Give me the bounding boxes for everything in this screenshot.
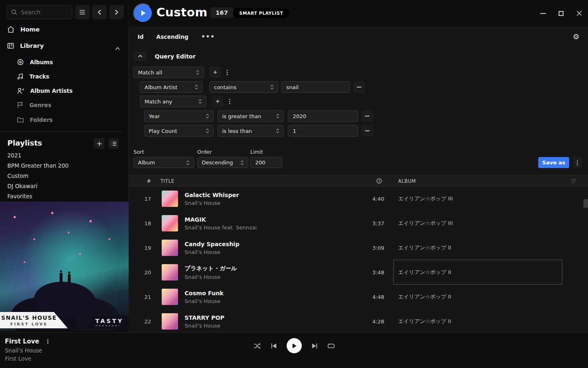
add-playlist-button[interactable] xyxy=(94,138,105,149)
track-artist[interactable]: Snail’s House xyxy=(185,249,347,255)
group-menu-icon[interactable]: ⋮ xyxy=(227,98,233,105)
save-as-button[interactable]: Save as xyxy=(538,157,569,168)
remove-rule-button[interactable] xyxy=(361,110,373,122)
previous-track-button[interactable] xyxy=(271,343,277,349)
nav-back-button[interactable] xyxy=(92,5,107,19)
limit-input[interactable] xyxy=(250,157,282,168)
rule-group-menu-icon[interactable]: ⋮ xyxy=(224,69,230,76)
track-album-focused-cell[interactable]: エイリアン☆ポップ II xyxy=(398,269,564,276)
rule-operator-select[interactable]: contains xyxy=(209,81,278,93)
rule-value-input[interactable] xyxy=(281,81,350,93)
track-row[interactable]: 18 MAGIK Snail’s House feat. Sennzai 3:3… xyxy=(129,211,588,236)
track-row[interactable]: 22 STARRY POP Snail’s House 4:28 エイリアン☆ポ… xyxy=(129,309,588,332)
track-row[interactable]: 20 プラネット・ガール Snail’s House 3:48 エイリアン☆ポッ… xyxy=(129,260,588,285)
track-artist[interactable]: Snail’s House xyxy=(185,200,347,206)
remove-rule-button[interactable] xyxy=(361,125,373,137)
playlist-list-button[interactable] xyxy=(108,138,119,149)
now-playing-album[interactable]: First Love xyxy=(5,355,51,362)
rule-value-input[interactable] xyxy=(288,110,358,122)
rule-field-select[interactable]: Album Artist xyxy=(140,81,203,93)
track-duration: 4:40 xyxy=(347,196,384,202)
sort-select[interactable]: Album xyxy=(134,157,194,168)
track-album-art xyxy=(162,264,178,280)
maximize-button[interactable] xyxy=(552,5,570,22)
shuffle-button[interactable] xyxy=(254,343,261,349)
track-list: 17 Galactic Whisper Snail’s House 4:40 エ… xyxy=(129,186,588,332)
album-art-label-decor xyxy=(96,325,119,326)
track-row[interactable]: 19 Candy Spaceship Snail’s House 3:09 エイ… xyxy=(129,236,588,260)
track-row[interactable]: 21 Cosmo Funk Snail’s House 4:48 エイリアン☆ポ… xyxy=(129,285,588,309)
search-box[interactable] xyxy=(7,5,72,19)
track-artist[interactable]: Snail’s House xyxy=(185,274,347,280)
flag-icon xyxy=(17,102,23,108)
sidebar-item-genres[interactable]: Genres xyxy=(17,102,51,108)
query-editor-collapse-button[interactable] xyxy=(134,52,147,61)
nav-forward-button[interactable] xyxy=(109,5,124,19)
remove-rule-button[interactable] xyxy=(353,81,365,93)
add-group-rule-button[interactable]: + xyxy=(212,96,223,107)
sidebar-item-albums[interactable]: Albums xyxy=(17,59,53,65)
sidebar-item-library[interactable]: Library xyxy=(7,43,44,49)
artist-icon xyxy=(17,88,24,94)
sort-direction-button[interactable]: Ascending xyxy=(156,34,189,40)
rule-operator-select[interactable]: is greater than xyxy=(218,110,284,122)
column-number[interactable]: # xyxy=(129,178,151,184)
play-pause-button[interactable] xyxy=(287,338,302,353)
sidebar-item-tracks[interactable]: Tracks xyxy=(17,73,49,80)
duration-clock-icon[interactable] xyxy=(376,178,382,185)
match-type-select[interactable]: Match all xyxy=(134,67,204,78)
rule-field-select[interactable]: Play Count xyxy=(144,125,214,137)
track-artist[interactable]: Snail’s House xyxy=(185,298,347,304)
repeat-button[interactable] xyxy=(327,343,335,349)
rule-value-input[interactable] xyxy=(288,125,358,137)
query-editor-title: Query Editor xyxy=(155,53,196,60)
playlist-item[interactable]: DJ Okawari xyxy=(7,183,38,189)
sidebar-item-home[interactable]: Home xyxy=(7,26,40,33)
smart-playlist-badge: SMART PLAYLIST xyxy=(233,8,289,18)
column-album[interactable]: ALBUM xyxy=(398,178,416,184)
select-chevrons-icon xyxy=(276,128,279,133)
app-window: Home Library Albums Tracks xyxy=(0,0,588,368)
playlist-item[interactable]: Custom xyxy=(7,173,29,179)
sidebar-item-album-artists[interactable]: Album Artists xyxy=(17,88,73,94)
album-art-artist: SNAIL'S HOUSE xyxy=(1,314,57,321)
column-title[interactable]: TITLE xyxy=(160,178,174,184)
save-menu-icon[interactable]: ⋮ xyxy=(573,157,582,168)
track-row[interactable]: 17 Galactic Whisper Snail’s House 4:40 エ… xyxy=(129,186,588,211)
album-art-decor xyxy=(68,274,71,283)
sort-field-button[interactable]: Id xyxy=(138,34,144,40)
playlist-item[interactable]: BPM Greater than 200 xyxy=(7,162,69,169)
add-rule-button[interactable]: + xyxy=(209,67,221,78)
gear-icon[interactable]: ⚙ xyxy=(573,32,579,41)
now-playing-album-art[interactable]: SNAIL'S HOUSE FIRST LOVE TASTY xyxy=(0,202,129,331)
sidebar-item-folders[interactable]: Folders xyxy=(17,117,53,123)
more-options-icon[interactable]: ••• xyxy=(201,33,215,40)
menu-button[interactable] xyxy=(75,5,89,19)
sidebar-item-label: Genres xyxy=(29,102,51,108)
playlist-item[interactable]: 2021 xyxy=(7,152,21,159)
minus-icon xyxy=(365,116,370,117)
order-select[interactable]: Descending xyxy=(197,157,248,168)
search-icon xyxy=(11,9,17,15)
query-rule-row: Album Artist contains xyxy=(140,81,365,93)
track-album[interactable]: エイリアン☆ポップ II xyxy=(398,318,564,325)
close-button[interactable] xyxy=(570,5,588,22)
rule-operator-select[interactable]: is less than xyxy=(218,125,284,137)
scrollbar-thumb[interactable] xyxy=(584,199,588,208)
playlist-item[interactable]: Favorites xyxy=(7,193,32,200)
play-playlist-button[interactable] xyxy=(133,3,153,23)
track-album[interactable]: エイリアン☆ポップ III xyxy=(398,220,564,227)
rule-field-select[interactable]: Year xyxy=(144,110,214,122)
search-input[interactable] xyxy=(21,9,68,16)
track-album[interactable]: エイリアン☆ポップ II xyxy=(398,244,564,251)
favorite-heart-icon[interactable]: ♡ xyxy=(571,178,576,184)
track-artist[interactable]: Snail’s House xyxy=(185,323,347,329)
library-collapse-icon[interactable] xyxy=(115,44,120,52)
next-track-button[interactable] xyxy=(312,343,318,349)
minimize-button[interactable] xyxy=(534,5,552,22)
track-album[interactable]: エイリアン☆ポップ III xyxy=(398,195,564,202)
group-match-type-select[interactable]: Match any xyxy=(140,96,206,107)
track-artist[interactable]: Snail’s House feat. Sennzai xyxy=(185,224,347,231)
track-album[interactable]: エイリアン☆ポップ II xyxy=(398,293,564,301)
sidebar-item-label: Folders xyxy=(30,117,53,123)
